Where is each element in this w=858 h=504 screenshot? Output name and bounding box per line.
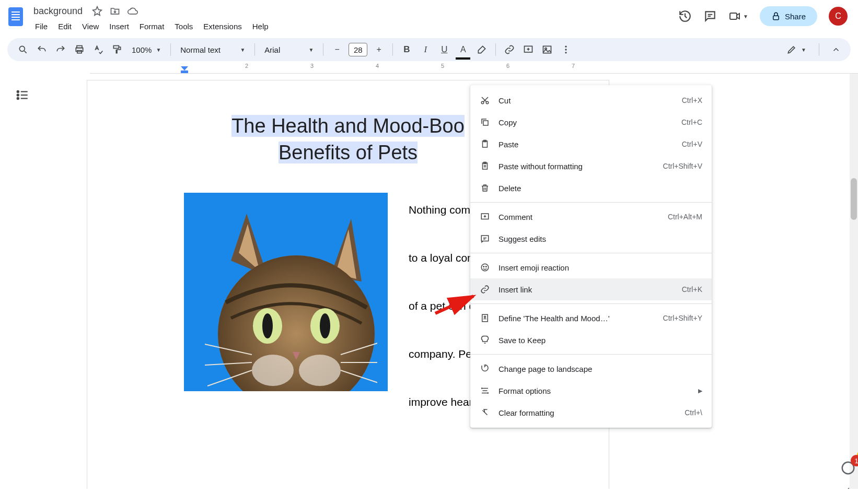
- more-icon[interactable]: [558, 41, 574, 58]
- star-icon[interactable]: [92, 6, 102, 16]
- font-decrease-icon[interactable]: −: [329, 41, 345, 58]
- explore-badge[interactable]: + 1: [840, 460, 856, 478]
- link-icon: [480, 285, 490, 294]
- ctx-link[interactable]: Insert linkCtrl+K: [470, 278, 712, 300]
- chevron-right-icon: ▶: [698, 388, 702, 394]
- ctx-paste[interactable]: PasteCtrl+V: [470, 133, 712, 155]
- menu-view[interactable]: View: [77, 20, 103, 33]
- ctx-emoji[interactable]: Insert emoji reaction: [470, 256, 712, 278]
- ctx-delete[interactable]: Delete: [470, 177, 712, 199]
- svg-point-12: [565, 52, 567, 53]
- ruler[interactable]: 2 3 4 5 6 7: [90, 63, 858, 74]
- comments-icon[interactable]: [703, 9, 717, 23]
- svg-point-43: [486, 266, 487, 267]
- ctx-keep[interactable]: Save to Keep: [470, 329, 712, 351]
- ctx-landscape[interactable]: Change page to landscape: [470, 358, 712, 380]
- clear-icon: [480, 408, 490, 417]
- paste-icon: [480, 139, 490, 149]
- editing-mode-select[interactable]: ▼: [782, 44, 810, 55]
- menu-bar: File Edit View Insert Format Tools Exten…: [30, 20, 674, 33]
- title-area: background File Edit View Insert Format …: [30, 3, 674, 33]
- font-select[interactable]: Arial▼: [260, 45, 318, 54]
- docs-logo[interactable]: [5, 3, 26, 30]
- ctx-format[interactable]: Format options▶: [470, 380, 712, 402]
- svg-point-10: [565, 46, 567, 48]
- indent-marker[interactable]: [181, 66, 188, 74]
- ctx-cut[interactable]: CutCtrl+X: [470, 89, 712, 111]
- svg-point-45: [484, 316, 486, 318]
- svg-rect-8: [543, 46, 551, 53]
- account-avatar[interactable]: C: [829, 7, 848, 26]
- share-label: Share: [785, 12, 806, 21]
- ctx-copy[interactable]: CopyCtrl+C: [470, 111, 712, 133]
- svg-rect-1: [773, 16, 779, 20]
- history-icon[interactable]: [678, 9, 692, 23]
- underline-icon[interactable]: U: [436, 41, 453, 58]
- svg-point-2: [19, 46, 25, 51]
- cut-icon: [480, 96, 490, 105]
- svg-point-22: [320, 313, 330, 338]
- font-size-input[interactable]: 28: [349, 43, 367, 56]
- font-increase-icon[interactable]: +: [370, 41, 387, 58]
- insert-link-icon[interactable]: [501, 41, 518, 58]
- copy-icon: [480, 118, 490, 127]
- meet-icon[interactable]: ▼: [728, 10, 748, 22]
- paint-format-icon[interactable]: [109, 41, 125, 58]
- menu-extensions[interactable]: Extensions: [199, 20, 246, 33]
- italic-icon[interactable]: I: [417, 41, 434, 58]
- document-heading[interactable]: The Health and Mood-Boo Benefits of Pets: [184, 113, 512, 167]
- header-right: ▼ Share C: [678, 3, 853, 26]
- scrollbar-thumb[interactable]: [851, 178, 857, 220]
- svg-point-41: [481, 264, 489, 271]
- search-menus-icon[interactable]: [15, 41, 31, 58]
- bold-icon[interactable]: B: [398, 41, 415, 58]
- svg-point-15: [17, 94, 19, 96]
- delete-icon: [480, 183, 490, 193]
- menu-edit[interactable]: Edit: [53, 20, 76, 33]
- svg-point-24: [299, 355, 341, 386]
- ctx-clear[interactable]: Clear formattingCtrl+\: [470, 402, 712, 424]
- menu-help[interactable]: Help: [248, 20, 273, 33]
- ctx-paste-plain[interactable]: Paste without formattingCtrl+Shift+V: [470, 155, 712, 177]
- scrollbar[interactable]: [850, 74, 858, 489]
- svg-point-23: [252, 355, 294, 386]
- collapse-toolbar-icon[interactable]: [828, 41, 844, 58]
- insert-image-icon[interactable]: [539, 41, 555, 58]
- menu-insert[interactable]: Insert: [105, 20, 134, 33]
- side-panel-toggle-icon[interactable]: [842, 485, 854, 489]
- move-icon[interactable]: [110, 6, 120, 16]
- svg-point-32: [481, 101, 484, 104]
- ctx-suggest[interactable]: Suggest edits: [470, 228, 712, 250]
- outline-toggle-icon[interactable]: [16, 88, 29, 104]
- lock-icon: [771, 11, 781, 21]
- svg-rect-0: [730, 13, 737, 19]
- ctx-comment[interactable]: CommentCtrl+Alt+M: [470, 206, 712, 228]
- ctx-define[interactable]: Define 'The Health and Mood…'Ctrl+Shift+…: [470, 307, 712, 329]
- cloud-status-icon[interactable]: [127, 6, 138, 16]
- share-button[interactable]: Share: [760, 6, 817, 26]
- add-comment-icon[interactable]: [520, 41, 537, 58]
- print-icon[interactable]: [71, 41, 88, 58]
- context-menu: CutCtrl+XCopyCtrl+CPasteCtrl+VPaste with…: [470, 85, 712, 428]
- emoji-icon: [480, 263, 490, 272]
- document-title[interactable]: background: [30, 5, 86, 18]
- text-color-icon[interactable]: A: [455, 41, 471, 58]
- undo-icon[interactable]: [33, 41, 50, 58]
- svg-point-20: [262, 313, 273, 338]
- zoom-select[interactable]: 100%▼: [127, 45, 165, 54]
- toolbar: 100%▼ Normal text▼ Arial▼ − 28 + B I U A…: [7, 38, 851, 61]
- keep-icon: [480, 335, 490, 345]
- redo-icon[interactable]: [52, 41, 69, 58]
- svg-point-42: [483, 266, 484, 267]
- menu-format[interactable]: Format: [135, 20, 169, 33]
- suggest-icon: [480, 234, 490, 243]
- svg-point-14: [17, 91, 19, 92]
- spellcheck-icon[interactable]: [90, 41, 107, 58]
- menu-file[interactable]: File: [30, 20, 52, 33]
- style-select[interactable]: Normal text▼: [176, 45, 249, 54]
- highlight-icon[interactable]: [473, 41, 490, 58]
- svg-rect-34: [483, 121, 488, 125]
- cat-image[interactable]: [184, 193, 388, 391]
- workspace: The Health and Mood-Boo Benefits of Pets: [0, 74, 858, 489]
- menu-tools[interactable]: Tools: [170, 20, 198, 33]
